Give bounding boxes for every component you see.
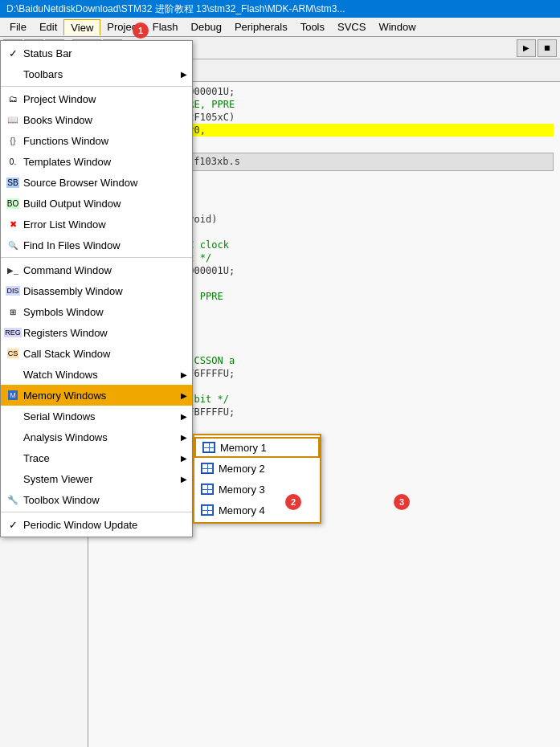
memory-submenu: Memory 1 Memory 2 — [193, 434, 321, 524]
dd-system-viewer[interactable]: System Viewer ▶ — [1, 468, 192, 489]
check-periodic-icon: ✓ — [6, 519, 20, 531]
dd-functions-window[interactable]: {} Functions Window — [1, 130, 192, 151]
dd-trace[interactable]: Trace ▶ — [1, 447, 192, 468]
dd-error-label: Error List Window — [23, 218, 106, 231]
dd-toolbars[interactable]: Toolbars ▶ — [1, 63, 192, 84]
call-stack-icon: CS — [6, 343, 20, 364]
build-output-icon: BO — [6, 193, 20, 214]
dd-status-bar[interactable]: ✓ Status Bar — [1, 43, 192, 63]
dd-analysis-windows[interactable]: Analysis Windows ▶ — [1, 427, 192, 447]
functions-window-icon: {} — [6, 130, 20, 151]
analysis-arrow-icon: ▶ — [181, 433, 187, 442]
dd-serial-label: Serial Windows — [23, 410, 96, 422]
menu-svcs[interactable]: SVCS — [331, 19, 372, 35]
dd-templates-window[interactable]: 0. Templates Window — [1, 151, 192, 172]
tb-run[interactable]: ▶ — [517, 39, 536, 57]
dd-templates-label: Templates Window — [23, 156, 111, 168]
dd-registers-label: Registers Window — [23, 327, 108, 339]
dd-source-browser[interactable]: SB Source Browser Window — [1, 172, 192, 193]
badge-1: 1 — [133, 22, 149, 39]
dd-functions-label: Functions Window — [23, 135, 108, 147]
command-window-icon: ▶_ — [6, 259, 20, 280]
dd-analysis-label: Analysis Windows — [23, 431, 108, 443]
dd-disassembly-label: Disassembly Window — [23, 285, 123, 297]
title-text: D:\BaiduNetdiskDownload\STM32 进阶教程 13\st… — [6, 2, 345, 16]
memory4-label: Memory 4 — [219, 504, 265, 516]
menu-window[interactable]: Window — [372, 19, 422, 35]
submenu-memory3[interactable]: Memory 3 — [194, 479, 320, 500]
memory3-label: Memory 3 — [219, 484, 265, 496]
source-browser-icon: SB — [6, 172, 20, 193]
dd-memory-windows[interactable]: M Memory Windows ▶ — [1, 385, 192, 406]
dd-registers[interactable]: REG Registers Window — [1, 322, 192, 343]
disassembly-icon: DIS — [6, 280, 20, 301]
sep1 — [1, 86, 192, 87]
books-window-icon: 📖 — [6, 109, 20, 130]
memory1-label: Memory 1 — [220, 442, 267, 454]
find-in-files-icon: 🔍 — [6, 235, 20, 255]
serial-arrow-icon: ▶ — [181, 412, 187, 421]
symbols-icon: ⊞ — [6, 301, 20, 322]
dd-call-stack[interactable]: CS Call Stack Window — [1, 343, 192, 364]
tb-stop[interactable]: ⏹ — [538, 39, 557, 57]
project-window-icon: 🗂 — [6, 88, 20, 109]
menu-peripherals[interactable]: Peripherals — [228, 19, 294, 35]
memory4-icon — [201, 504, 214, 516]
memory1-icon — [202, 442, 215, 453]
memory3-icon — [201, 484, 214, 495]
dd-status-bar-label: Status Bar — [23, 47, 72, 59]
dd-toolbox-window[interactable]: 🔧 Toolbox Window — [1, 489, 192, 510]
dd-build-label: Build Output Window — [23, 198, 121, 210]
submenu-memory2[interactable]: Memory 2 — [194, 458, 320, 479]
templates-window-icon: 0. — [6, 151, 20, 172]
dd-sysviewer-label: System Viewer — [23, 473, 92, 485]
dd-watch-windows[interactable]: Watch Windows ▶ — [1, 364, 192, 385]
dd-toolbars-label: Toolbars — [23, 68, 63, 80]
menu-bar: File Edit View Project Flash Debug Perip… — [0, 18, 560, 37]
dd-symbols-label: Symbols Window — [23, 306, 104, 318]
dd-periodic-update[interactable]: ✓ Periodic Window Update — [1, 514, 192, 535]
memory2-label: Memory 2 — [219, 463, 265, 475]
menu-edit[interactable]: Edit — [33, 19, 63, 35]
dd-project-label: Project Window — [23, 93, 96, 105]
menu-view[interactable]: View — [63, 19, 100, 35]
sep3 — [1, 512, 192, 512]
menu-file[interactable]: File — [3, 19, 33, 35]
error-list-icon: ✖ — [6, 214, 20, 235]
dd-command-label: Command Window — [23, 264, 112, 276]
dd-find-in-files[interactable]: 🔍 Find In Files Window — [1, 235, 192, 255]
dd-symbols[interactable]: ⊞ Symbols Window — [1, 301, 192, 322]
toolbox-window-icon: 🔧 — [6, 489, 20, 510]
check-statusbar-icon: ✓ — [6, 47, 20, 59]
dd-trace-label: Trace — [23, 452, 50, 464]
menu-flash[interactable]: Flash — [146, 19, 185, 35]
trace-arrow-icon: ▶ — [181, 454, 187, 463]
dd-error-list[interactable]: ✖ Error List Window — [1, 214, 192, 235]
toolbars-arrow-icon: ▶ — [181, 70, 187, 79]
dd-disassembly[interactable]: DIS Disassembly Window — [1, 280, 192, 301]
dd-build-output[interactable]: BO Build Output Window — [1, 193, 192, 214]
dd-find-label: Find In Files Window — [23, 239, 121, 251]
sysviewer-arrow-icon: ▶ — [181, 475, 187, 484]
dd-command-window[interactable]: ▶_ Command Window — [1, 259, 192, 280]
dd-serial-windows[interactable]: Serial Windows ▶ — [1, 406, 192, 427]
submenu-memory1[interactable]: Memory 1 — [194, 437, 320, 458]
watch-arrow-icon: ▶ — [181, 370, 187, 379]
menu-tools[interactable]: Tools — [294, 19, 331, 35]
dd-memory-label: Memory Windows — [23, 390, 106, 402]
dd-books-window[interactable]: 📖 Books Window — [1, 109, 192, 130]
sep2 — [1, 257, 192, 258]
badge-2: 2 — [285, 494, 301, 510]
menu-debug[interactable]: Debug — [185, 19, 228, 35]
registers-icon: REG — [6, 322, 20, 343]
dd-project-window[interactable]: 🗂 Project Window — [1, 88, 192, 109]
title-bar: D:\BaiduNetdiskDownload\STM32 进阶教程 13\st… — [0, 0, 560, 18]
memory-windows-icon: M — [6, 385, 20, 406]
dd-periodic-label: Periodic Window Update — [23, 519, 137, 531]
memory-arrow-icon: ▶ — [181, 391, 187, 400]
dd-toolbox-label: Toolbox Window — [23, 494, 100, 506]
view-dropdown: ✓ Status Bar Toolbars ▶ 🗂 Project Window… — [0, 40, 193, 537]
memory2-icon — [201, 463, 214, 474]
view-dropdown-overlay: ✓ Status Bar Toolbars ▶ 🗂 Project Window… — [0, 40, 321, 537]
dd-callstack-label: Call Stack Window — [23, 348, 110, 360]
